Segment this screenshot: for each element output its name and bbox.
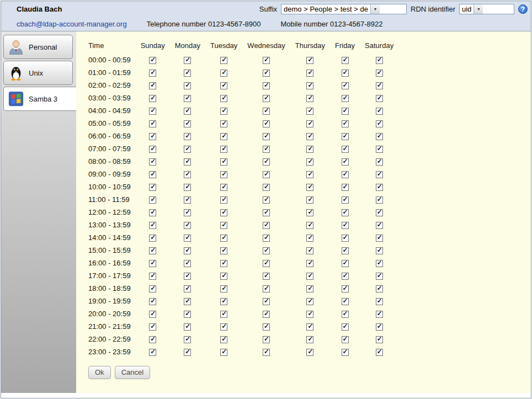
logon-hour-checkbox[interactable]	[149, 336, 156, 343]
logon-hour-checkbox[interactable]	[306, 298, 313, 305]
logon-hour-checkbox[interactable]	[263, 57, 270, 64]
logon-hour-checkbox[interactable]	[263, 108, 270, 115]
logon-hour-checkbox[interactable]	[220, 349, 227, 356]
logon-hour-checkbox[interactable]	[184, 120, 191, 127]
logon-hour-checkbox[interactable]	[342, 95, 349, 102]
logon-hour-checkbox[interactable]	[220, 95, 227, 102]
logon-hour-checkbox[interactable]	[149, 209, 156, 216]
logon-hour-checkbox[interactable]	[184, 184, 191, 191]
logon-hour-checkbox[interactable]	[263, 158, 270, 166]
logon-hour-checkbox[interactable]	[149, 273, 156, 280]
logon-hour-checkbox[interactable]	[306, 247, 313, 254]
logon-hour-checkbox[interactable]	[184, 260, 191, 267]
logon-hour-checkbox[interactable]	[220, 171, 227, 178]
logon-hour-checkbox[interactable]	[342, 285, 349, 292]
logon-hour-checkbox[interactable]	[220, 70, 227, 77]
logon-hour-checkbox[interactable]	[149, 95, 156, 102]
logon-hour-checkbox[interactable]	[342, 209, 349, 216]
logon-hour-checkbox[interactable]	[184, 133, 191, 140]
logon-hour-checkbox[interactable]	[184, 57, 191, 64]
logon-hour-checkbox[interactable]	[220, 222, 227, 229]
logon-hour-checkbox[interactable]	[306, 57, 313, 64]
logon-hour-checkbox[interactable]	[376, 95, 383, 102]
cancel-button[interactable]: Cancel	[115, 366, 150, 379]
logon-hour-checkbox[interactable]	[376, 349, 383, 356]
logon-hour-checkbox[interactable]	[376, 70, 383, 77]
logon-hour-checkbox[interactable]	[342, 273, 349, 280]
logon-hour-checkbox[interactable]	[184, 82, 191, 89]
logon-hour-checkbox[interactable]	[306, 82, 313, 89]
logon-hour-checkbox[interactable]	[184, 247, 191, 254]
logon-hour-checkbox[interactable]	[376, 209, 383, 216]
tab-samba-3[interactable]: Samba 3	[3, 87, 76, 111]
logon-hour-checkbox[interactable]	[184, 285, 191, 292]
logon-hour-checkbox[interactable]	[342, 298, 349, 305]
logon-hour-checkbox[interactable]	[149, 247, 156, 254]
logon-hour-checkbox[interactable]	[184, 336, 191, 343]
logon-hour-checkbox[interactable]	[184, 298, 191, 305]
logon-hour-checkbox[interactable]	[376, 323, 383, 331]
logon-hour-checkbox[interactable]	[263, 120, 270, 127]
logon-hour-checkbox[interactable]	[342, 70, 349, 77]
logon-hour-checkbox[interactable]	[342, 336, 349, 343]
logon-hour-checkbox[interactable]	[376, 260, 383, 267]
logon-hour-checkbox[interactable]	[149, 158, 156, 166]
logon-hour-checkbox[interactable]	[306, 171, 313, 178]
logon-hour-checkbox[interactable]	[220, 146, 227, 153]
logon-hour-checkbox[interactable]	[306, 311, 313, 318]
logon-hour-checkbox[interactable]	[220, 209, 227, 216]
logon-hour-checkbox[interactable]	[306, 196, 313, 204]
logon-hour-checkbox[interactable]	[376, 171, 383, 178]
logon-hour-checkbox[interactable]	[149, 196, 156, 204]
logon-hour-checkbox[interactable]	[306, 235, 313, 242]
logon-hour-checkbox[interactable]	[263, 298, 270, 305]
logon-hour-checkbox[interactable]	[342, 146, 349, 153]
logon-hour-checkbox[interactable]	[342, 349, 349, 356]
logon-hour-checkbox[interactable]	[342, 196, 349, 204]
logon-hour-checkbox[interactable]	[263, 209, 270, 216]
logon-hour-checkbox[interactable]	[184, 222, 191, 229]
logon-hour-checkbox[interactable]	[184, 146, 191, 153]
logon-hour-checkbox[interactable]	[376, 222, 383, 229]
logon-hour-checkbox[interactable]	[306, 336, 313, 343]
logon-hour-checkbox[interactable]	[306, 70, 313, 77]
logon-hour-checkbox[interactable]	[149, 298, 156, 305]
logon-hour-checkbox[interactable]	[376, 57, 383, 64]
logon-hour-checkbox[interactable]	[376, 82, 383, 89]
logon-hour-checkbox[interactable]	[263, 273, 270, 280]
logon-hour-checkbox[interactable]	[184, 171, 191, 178]
logon-hour-checkbox[interactable]	[220, 158, 227, 166]
logon-hour-checkbox[interactable]	[376, 108, 383, 115]
logon-hour-checkbox[interactable]	[149, 260, 156, 267]
logon-hour-checkbox[interactable]	[263, 146, 270, 153]
logon-hour-checkbox[interactable]	[376, 235, 383, 242]
logon-hour-checkbox[interactable]	[376, 184, 383, 191]
logon-hour-checkbox[interactable]	[149, 311, 156, 318]
logon-hour-checkbox[interactable]	[184, 273, 191, 280]
logon-hour-checkbox[interactable]	[149, 133, 156, 140]
logon-hour-checkbox[interactable]	[263, 95, 270, 102]
logon-hour-checkbox[interactable]	[306, 260, 313, 267]
logon-hour-checkbox[interactable]	[184, 70, 191, 77]
logon-hour-checkbox[interactable]	[306, 146, 313, 153]
logon-hour-checkbox[interactable]	[149, 171, 156, 178]
logon-hour-checkbox[interactable]	[342, 235, 349, 242]
logon-hour-checkbox[interactable]	[149, 222, 156, 229]
logon-hour-checkbox[interactable]	[149, 285, 156, 292]
logon-hour-checkbox[interactable]	[220, 298, 227, 305]
logon-hour-checkbox[interactable]	[149, 349, 156, 356]
logon-hour-checkbox[interactable]	[220, 196, 227, 204]
logon-hour-checkbox[interactable]	[263, 260, 270, 267]
logon-hour-checkbox[interactable]	[342, 133, 349, 140]
logon-hour-checkbox[interactable]	[306, 222, 313, 229]
logon-hour-checkbox[interactable]	[184, 349, 191, 356]
logon-hour-checkbox[interactable]	[342, 311, 349, 318]
logon-hour-checkbox[interactable]	[220, 247, 227, 254]
logon-hour-checkbox[interactable]	[376, 158, 383, 166]
logon-hour-checkbox[interactable]	[220, 184, 227, 191]
logon-hour-checkbox[interactable]	[376, 336, 383, 343]
logon-hour-checkbox[interactable]	[149, 235, 156, 242]
logon-hour-checkbox[interactable]	[263, 311, 270, 318]
logon-hour-checkbox[interactable]	[342, 158, 349, 166]
logon-hour-checkbox[interactable]	[306, 95, 313, 102]
